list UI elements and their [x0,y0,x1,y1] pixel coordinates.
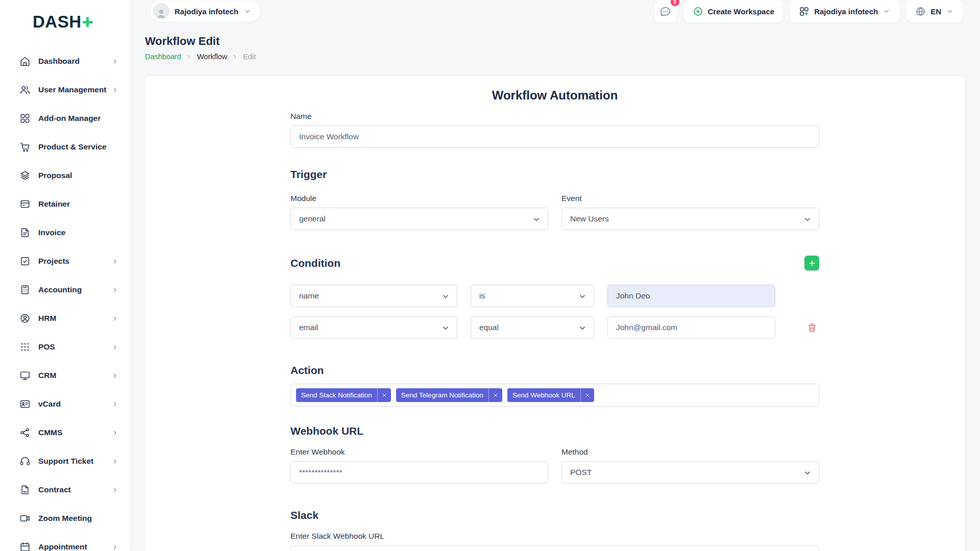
sidebar-item-label: Projects [38,257,69,266]
event-select-value: New Users [570,214,609,223]
workspace-name: Rajodiya infotech [175,7,238,16]
globe-icon [915,6,926,17]
sidebar-item-addon-manager[interactable]: Add-on Manager [0,104,130,133]
condition-field-value: email [299,323,318,332]
sidebar-item-label: Invoice [38,228,65,237]
calculator-icon [19,284,31,295]
account-menu-button[interactable]: Rajodiya infotech [790,0,899,22]
sidebar-item-label: vCard [38,399,61,409]
module-select[interactable]: general [290,208,548,230]
condition-value-input[interactable] [607,316,775,339]
condition-value-input[interactable] [607,285,775,307]
breadcrumb-dashboard-link[interactable]: Dashboard [145,53,181,61]
headset-icon [19,456,31,467]
chevron-right-icon [111,429,119,437]
sidebar-item-hrm[interactable]: HRM [0,304,130,333]
remove-tag-button[interactable] [377,388,391,402]
sidebar-item-zoom-meeting[interactable]: Zoom Meeting [0,504,130,533]
chevron-down-icon [578,323,587,333]
chevron-right-icon [111,315,119,322]
sidebar-item-support-ticket[interactable]: Support Ticket [0,447,130,475]
sidebar-item-label: Support Ticket [38,457,93,466]
condition-operator-select[interactable]: equal [471,316,594,339]
chevron-right-icon [111,486,119,494]
action-tags-input[interactable]: Send Slack Notification Send Telegram No… [290,384,819,407]
sidebar-item-vcard[interactable]: vCard [0,390,130,418]
sidebar-item-dashboard[interactable]: Dashboard [0,47,130,76]
condition-operator-value: is [479,291,485,300]
sidebar-item-proposal[interactable]: Proposal [0,161,130,190]
module-label: Module [290,194,548,203]
delete-condition-button[interactable] [806,321,818,334]
condition-operator-value: equal [479,323,499,332]
condition-row-actions [789,321,819,334]
sidebar-item-invoice[interactable]: Invoice [0,218,130,247]
name-label: Name [290,112,819,121]
brand-logo[interactable]: DASH [0,0,130,32]
slack-webhook-input[interactable] [290,545,819,551]
method-select[interactable]: POST [561,461,819,484]
condition-field-select[interactable]: name [290,285,457,307]
page-content: Workflow Edit Dashboard Workflow Edit Wo… [130,22,980,551]
users-icon [19,84,31,95]
chevron-down-icon [803,468,812,478]
workflow-name-input[interactable] [290,126,819,148]
main-area: Rajodiya infotech 0 Create Workspace Raj… [130,0,980,551]
video-icon [19,513,31,524]
condition-field-select[interactable]: email [290,316,457,339]
form-title: Workflow Automation [290,88,819,103]
monitor-icon [19,370,31,381]
sidebar-item-pos[interactable]: POS [0,333,130,361]
slack-input-label: Enter Slack Webhook URL [290,532,819,541]
webhook-field-group: Enter Webhook [290,447,548,484]
close-icon [493,393,498,398]
close-icon [585,393,590,398]
event-select[interactable]: New Users [561,208,819,230]
sidebar-item-crm[interactable]: CRM [0,361,130,390]
sidebar-item-accounting[interactable]: Accounting [0,276,130,304]
condition-heading: Condition [290,257,340,269]
close-icon [382,393,387,398]
breadcrumb-workflow: Workflow [197,53,227,61]
condition-field-value: name [299,291,319,300]
addon-icon [19,113,31,124]
action-tag: Send Slack Notification [296,388,391,402]
card-icon [19,198,31,210]
remove-tag-button[interactable] [488,388,502,402]
condition-header: Condition [290,256,819,270]
chevron-down-icon [946,7,954,15]
method-field-group: Method POST [561,447,819,484]
layers-icon [19,170,31,181]
sidebar-item-label: User Management [38,85,107,94]
sidebar-item-label: Product & Service [38,142,107,152]
method-select-value: POST [570,468,592,477]
sidebar-item-projects[interactable]: Projects [0,247,130,276]
chevron-down-icon [441,292,450,301]
sidebar-item-label: Retainer [38,199,70,209]
remove-tag-button[interactable] [580,388,594,402]
calendar-icon [19,541,31,551]
webhook-url-input[interactable] [290,461,548,484]
method-label: Method [561,447,819,457]
share-nodes-icon [19,427,31,438]
messages-button[interactable]: 0 [654,0,677,22]
sidebar-item-cmms[interactable]: CMMS [0,418,130,447]
action-tag: Send Webhook URL [507,388,594,402]
create-workspace-button[interactable]: Create Workspace [684,0,783,22]
language-code: EN [930,7,941,16]
add-condition-button[interactable] [804,256,819,270]
workspace-selector[interactable]: Rajodiya infotech [150,1,260,22]
chevron-down-icon [532,215,541,224]
action-tag: Send Telegram Notification [396,388,502,402]
sidebar-item-appointment[interactable]: Appointment [0,533,130,551]
language-selector[interactable]: EN [906,0,963,22]
sidebar-item-user-management[interactable]: User Management [0,76,130,104]
event-label: Event [561,194,819,203]
sidebar-item-contract[interactable]: Contract [0,475,130,504]
sidebar-item-retainer[interactable]: Retainer [0,190,130,218]
condition-operator-select[interactable]: is [471,285,594,307]
chevron-right-icon [186,54,192,60]
name-field-group: Name [290,112,819,148]
sidebar-item-product-service[interactable]: Product & Service [0,133,130,161]
breadcrumb: Dashboard Workflow Edit [145,53,965,61]
